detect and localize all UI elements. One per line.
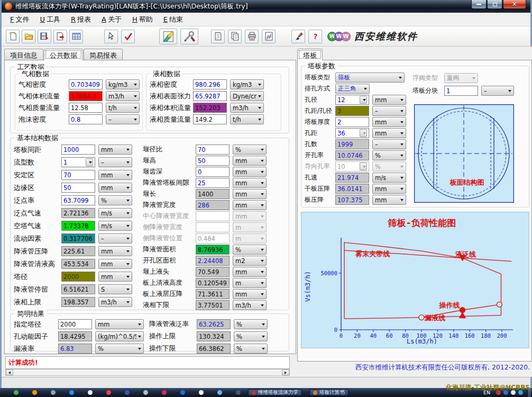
unit-dropdown[interactable]: mm — [98, 272, 132, 282]
unit-dropdown[interactable]: m3/h — [98, 297, 132, 307]
field-value[interactable]: 12.58 — [69, 103, 103, 113]
field-value[interactable]: 17884.3 — [69, 91, 103, 101]
open-file-button[interactable] — [22, 30, 35, 43]
unit-dropdown[interactable]: % — [98, 195, 132, 205]
menu-item-R[interactable]: R报表 — [66, 13, 96, 26]
quick-launch-icon[interactable] — [14, 390, 19, 395]
combo-arrow-button[interactable] — [360, 96, 367, 104]
field-value[interactable]: 65.9287 — [193, 91, 227, 101]
unit-dropdown[interactable]: – — [98, 233, 132, 243]
field-value[interactable]: 1 — [61, 157, 95, 167]
chart-report-button[interactable] — [262, 30, 276, 43]
field-value[interactable]: 2000 — [58, 319, 92, 329]
horizontal-scrollbar[interactable] — [5, 369, 290, 376]
field-value[interactable]: 0 — [196, 167, 230, 177]
quick-launch-icon[interactable] — [88, 390, 93, 395]
tab-项目信息[interactable]: 项目信息 — [4, 49, 43, 60]
taskbar-window-button[interactable]: 塔板计算书 — [309, 389, 348, 396]
field-value[interactable]: 63.7099 — [61, 195, 95, 205]
unit-dropdown[interactable]: m2 — [233, 256, 267, 266]
unit-dropdown[interactable]: – — [372, 106, 406, 116]
help-button[interactable]: ? — [308, 30, 322, 43]
menu-item-E[interactable]: E结束 — [158, 13, 188, 26]
restore-button[interactable] — [487, 0, 502, 9]
check-calc-button[interactable] — [121, 30, 135, 43]
quick-launch-icon[interactable] — [162, 390, 167, 395]
menu-item-F[interactable]: F文件 — [5, 13, 34, 26]
unit-dropdown[interactable]: % — [234, 319, 268, 329]
unit-dropdown[interactable]: mm — [98, 246, 132, 256]
field-value[interactable]: 0.317706 — [61, 233, 95, 243]
quick-launch-icon[interactable] — [106, 390, 111, 395]
dropdown-field[interactable]: 筛板 — [335, 73, 405, 83]
unit-dropdown[interactable]: mm — [98, 170, 132, 180]
minimize-button[interactable] — [471, 0, 487, 9]
unit-dropdown[interactable]: m/s — [372, 173, 406, 183]
quick-launch-icon[interactable] — [51, 390, 56, 395]
title-bar[interactable]: 维维塔板流体力学(W-TrayRating)[LAN版本]-[C:\Users\… — [2, 0, 530, 13]
combo-arrow-button[interactable] — [86, 158, 93, 166]
menu-item-H[interactable]: H帮助 — [127, 13, 158, 26]
field-value[interactable]: 2 — [335, 117, 369, 127]
report-button[interactable] — [211, 30, 225, 43]
format-brush-button[interactable] — [291, 30, 305, 43]
unit-dropdown[interactable]: – — [98, 157, 132, 167]
unit-dropdown[interactable]: mm — [372, 184, 406, 194]
quick-launch-icon[interactable] — [180, 390, 185, 395]
field-value[interactable]: 50 — [196, 156, 230, 166]
field-value[interactable]: 1000 — [61, 145, 95, 155]
tray-block-unit-dropdown[interactable]: – — [481, 86, 514, 96]
pointer-button[interactable] — [104, 30, 118, 43]
field-value[interactable]: 1.73378 — [61, 221, 95, 231]
quick-launch-icon[interactable] — [199, 390, 204, 395]
field-value[interactable]: 0.8 — [69, 114, 103, 124]
unit-dropdown[interactable]: m/s — [98, 208, 132, 218]
field-value[interactable]: 25 — [196, 178, 230, 188]
unit-dropdown[interactable]: mm — [233, 200, 267, 210]
menu-item-U[interactable]: U工具 — [34, 13, 66, 26]
field-value[interactable]: 8.76936 — [196, 245, 230, 255]
unit-dropdown[interactable]: mm — [233, 178, 267, 188]
unit-dropdown[interactable]: % — [233, 145, 267, 155]
tools-button[interactable] — [180, 29, 198, 44]
unit-dropdown[interactable]: % — [234, 331, 268, 341]
unit-dropdown[interactable]: m3/h — [233, 300, 267, 310]
unit-dropdown[interactable]: mm — [372, 95, 406, 105]
taskbar-window-button[interactable]: 维维塔板流体力学 — [248, 389, 302, 396]
export-doc-button[interactable] — [53, 30, 67, 43]
unit-dropdown[interactable]: m/s — [98, 221, 132, 231]
edit-input-button[interactable] — [159, 29, 177, 44]
quick-launch-icon[interactable] — [69, 390, 74, 395]
unit-dropdown[interactable]: % — [234, 344, 268, 354]
unit-dropdown[interactable]: t/h — [230, 114, 264, 124]
close-button[interactable]: ✕ — [503, 0, 526, 9]
unit-dropdown[interactable]: mm — [233, 267, 267, 277]
field-value[interactable]: 70 — [61, 170, 95, 180]
unit-dropdown[interactable]: – — [106, 114, 140, 124]
unit-dropdown[interactable]: mm — [95, 319, 144, 329]
unit-dropdown[interactable]: m3/h — [230, 103, 264, 113]
tab-tray[interactable]: 塔板 — [297, 49, 323, 60]
field-value[interactable]: 0.703409 — [69, 79, 103, 89]
unit-dropdown[interactable]: mm — [372, 195, 406, 205]
menu-item-A[interactable]: A关于 — [96, 13, 127, 26]
save-export-button[interactable] — [38, 30, 51, 43]
unit-dropdown[interactable]: mm — [98, 183, 132, 193]
field-value[interactable]: 36 — [335, 128, 369, 138]
unit-dropdown[interactable]: mm — [233, 167, 267, 177]
unit-dropdown[interactable]: t/h — [106, 103, 140, 113]
unit-dropdown[interactable]: mm — [98, 145, 132, 155]
field-value[interactable]: 980.296 — [193, 79, 227, 89]
field-value[interactable]: 149.2 — [193, 114, 227, 124]
unit-dropdown[interactable]: mm — [372, 117, 406, 127]
tray-block-input[interactable]: 1 — [444, 86, 478, 96]
field-value[interactable]: 12 — [335, 95, 369, 105]
unit-dropdown[interactable]: mm — [233, 156, 267, 166]
unit-dropdown[interactable]: % — [372, 150, 406, 160]
unit-dropdown[interactable]: m — [233, 278, 267, 288]
unit-dropdown[interactable]: % — [233, 245, 267, 255]
unit-dropdown[interactable]: Dyne/cm — [230, 91, 264, 101]
unit-dropdown[interactable]: (kg/m)^0.5/S — [95, 331, 144, 341]
field-value[interactable]: 70 — [196, 145, 230, 155]
unit-dropdown[interactable]: m3/h — [106, 91, 140, 101]
